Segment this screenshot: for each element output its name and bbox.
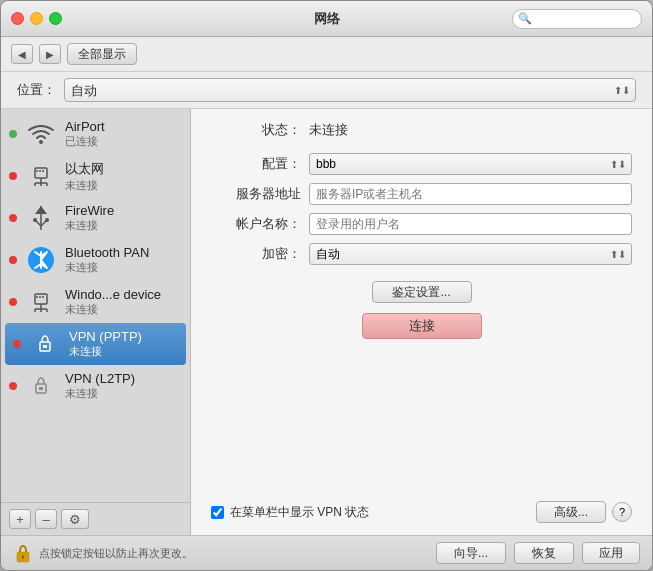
ethernet-status: 未连接 xyxy=(65,178,182,193)
sidebar-item-airport[interactable]: AirPort 已连接 xyxy=(1,113,190,155)
remove-network-button[interactable]: – xyxy=(35,509,57,529)
connect-row: 连接 xyxy=(211,313,632,339)
location-select-wrapper: 自动 ⬆⬇ xyxy=(64,78,636,102)
firewire-text: FireWire 未连接 xyxy=(65,203,182,233)
account-input[interactable] xyxy=(309,213,632,235)
show-all-button[interactable]: 全部显示 xyxy=(67,43,137,65)
config-row: 配置： bbb ⬆⬇ xyxy=(211,153,632,175)
bluetooth-name: Bluetooth PAN xyxy=(65,245,182,260)
forward-button[interactable]: ▶ xyxy=(39,44,61,64)
vpnpptp-text: VPN (PPTP) 未连接 xyxy=(69,329,178,359)
svg-rect-29 xyxy=(39,387,43,390)
status-dot-vpnpptp xyxy=(13,340,21,348)
ethernet-name: 以太网 xyxy=(65,160,182,178)
config-select[interactable]: bbb xyxy=(309,153,632,175)
bottom-right-buttons: 向导... 恢复 应用 xyxy=(436,542,640,564)
maximize-button[interactable] xyxy=(49,12,62,25)
vpnl2tp-icon xyxy=(25,370,57,402)
location-row: 位置： 自动 ⬆⬇ xyxy=(1,72,652,109)
svg-point-15 xyxy=(45,218,49,222)
vpnpptp-status: 未连接 xyxy=(69,344,178,359)
advanced-button[interactable]: 高级... xyxy=(536,501,606,523)
vpnl2tp-name: VPN (L2TP) xyxy=(65,371,182,386)
vpnpptp-name: VPN (PPTP) xyxy=(69,329,178,344)
sidebar-item-bluetooth[interactable]: Bluetooth PAN 未连接 xyxy=(1,239,190,281)
main-panel: 状态： 未连接 配置： bbb ⬆⬇ 服务器地址 帐户名称： xyxy=(191,109,652,535)
guide-button[interactable]: 向导... xyxy=(436,542,506,564)
search-area: 🔍 xyxy=(512,9,642,29)
windevice-name: Windo...e device xyxy=(65,287,182,302)
lock-area[interactable]: 点按锁定按钮以防止再次更改。 xyxy=(13,542,193,564)
svg-rect-17 xyxy=(35,294,47,304)
vpnl2tp-text: VPN (L2TP) 未连接 xyxy=(65,371,182,401)
config-label: 配置： xyxy=(211,155,301,173)
password-select-wrapper: 自动 ⬆⬇ xyxy=(309,243,632,265)
sidebar-item-firewire[interactable]: FireWire 未连接 xyxy=(1,197,190,239)
bluetooth-text: Bluetooth PAN 未连接 xyxy=(65,245,182,275)
airport-status: 已连接 xyxy=(65,134,182,149)
server-input[interactable] xyxy=(309,183,632,205)
account-label: 帐户名称： xyxy=(211,215,301,233)
password-select[interactable]: 自动 xyxy=(309,243,632,265)
apply-button[interactable]: 应用 xyxy=(582,542,640,564)
restore-button[interactable]: 恢复 xyxy=(514,542,574,564)
firewire-status: 未连接 xyxy=(65,218,182,233)
status-value: 未连接 xyxy=(309,121,348,139)
bluetooth-icon xyxy=(25,244,57,276)
back-button[interactable]: ◀ xyxy=(11,44,33,64)
sidebar-item-vpnl2tp[interactable]: VPN (L2TP) 未连接 xyxy=(1,365,190,407)
search-icon: 🔍 xyxy=(518,12,532,25)
bluetooth-status: 未连接 xyxy=(65,260,182,275)
spacer xyxy=(211,345,632,491)
window-title: 网络 xyxy=(314,10,340,28)
config-select-wrapper: bbb ⬆⬇ xyxy=(309,153,632,175)
status-dot-bluetooth xyxy=(9,256,17,264)
window-bottom-bar: 点按锁定按钮以防止再次更改。 向导... 恢复 应用 xyxy=(1,535,652,570)
account-row: 帐户名称： xyxy=(211,213,632,235)
toolbar: ◀ ▶ 全部显示 xyxy=(1,37,652,72)
status-dot-vpnl2tp xyxy=(9,382,17,390)
server-row: 服务器地址 xyxy=(211,183,632,205)
connect-button[interactable]: 连接 xyxy=(362,313,482,339)
advanced-settings-button[interactable]: 鉴定设置... xyxy=(372,281,472,303)
status-row: 状态： 未连接 xyxy=(211,121,632,139)
windevice-status: 未连接 xyxy=(65,302,182,317)
location-select[interactable]: 自动 xyxy=(64,78,636,102)
checkbox-row: 在菜单栏中显示 VPN 状态 高级... ? xyxy=(211,491,632,523)
network-gear-button[interactable]: ⚙ xyxy=(61,509,89,529)
advanced-settings-row: 鉴定设置... xyxy=(211,281,632,303)
status-label: 状态： xyxy=(211,121,301,139)
status-dot-windevice xyxy=(9,298,17,306)
help-button[interactable]: ? xyxy=(612,502,632,522)
airport-text: AirPort 已连接 xyxy=(65,119,182,149)
search-wrapper: 🔍 xyxy=(512,9,642,29)
sidebar-item-ethernet[interactable]: 以太网 未连接 xyxy=(1,155,190,197)
firewire-name: FireWire xyxy=(65,203,182,218)
firewire-icon xyxy=(25,202,57,234)
traffic-lights xyxy=(11,12,62,25)
location-label: 位置： xyxy=(17,81,56,99)
airport-name: AirPort xyxy=(65,119,182,134)
minimize-button[interactable] xyxy=(30,12,43,25)
titlebar: 网络 🔍 xyxy=(1,1,652,37)
checkbox-label: 在菜单栏中显示 VPN 状态 xyxy=(230,504,369,521)
status-dot-firewire xyxy=(9,214,17,222)
server-label: 服务器地址 xyxy=(211,185,301,203)
sidebar-list: AirPort 已连接 xyxy=(1,109,190,502)
close-button[interactable] xyxy=(11,12,24,25)
status-dot-ethernet xyxy=(9,172,17,180)
lock-icon xyxy=(13,542,33,564)
show-vpn-status-checkbox[interactable] xyxy=(211,506,224,519)
svg-marker-11 xyxy=(35,206,47,214)
status-dot-airport xyxy=(9,130,17,138)
sidebar: AirPort 已连接 xyxy=(1,109,191,535)
svg-point-0 xyxy=(39,140,43,144)
vpnl2tp-status: 未连接 xyxy=(65,386,182,401)
lock-text: 点按锁定按钮以防止再次更改。 xyxy=(39,546,193,561)
sidebar-item-windevice[interactable]: Windo...e device 未连接 xyxy=(1,281,190,323)
svg-rect-31 xyxy=(22,555,24,559)
wifi-icon xyxy=(25,118,57,150)
sidebar-item-vpnpptp[interactable]: VPN (PPTP) 未连接 xyxy=(5,323,186,365)
windevice-text: Windo...e device 未连接 xyxy=(65,287,182,317)
add-network-button[interactable]: + xyxy=(9,509,31,529)
